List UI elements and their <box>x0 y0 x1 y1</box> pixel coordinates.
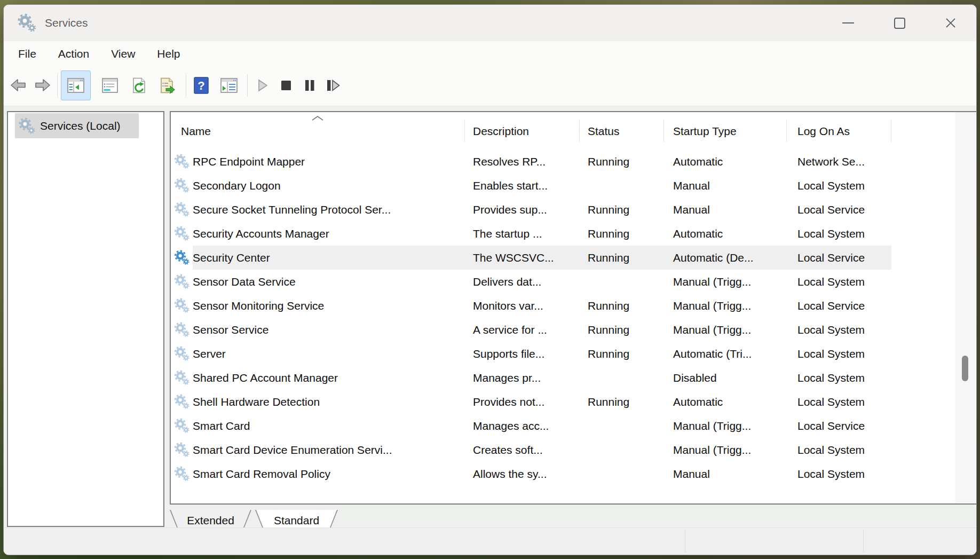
table-row-selected[interactable]: Security Center The WSCSVC... Running Au… <box>171 246 891 270</box>
table-row[interactable]: Server Supports file... Running Automati… <box>171 342 891 366</box>
status-bar-divider <box>863 530 864 553</box>
status-bar <box>4 527 976 555</box>
table-row[interactable]: Shared PC Account Manager Manages pr... … <box>171 366 891 390</box>
service-startup-type: Automatic (Tri... <box>664 342 787 366</box>
service-gear-icon <box>173 369 190 386</box>
pause-service-button[interactable] <box>298 71 321 100</box>
service-name: RPC Endpoint Mapper <box>193 155 305 168</box>
menu-help[interactable]: Help <box>156 45 181 65</box>
vertical-scrollbar[interactable] <box>955 112 977 503</box>
service-description: The WSCSVC... <box>465 246 580 270</box>
back-button[interactable] <box>7 71 30 100</box>
service-description: Enables start... <box>465 174 580 198</box>
toolbar-separator <box>186 74 186 97</box>
properties-button[interactable] <box>98 71 122 100</box>
service-description: The startup ... <box>465 222 580 246</box>
service-status: Running <box>580 318 664 342</box>
show-action-pane-button[interactable] <box>217 71 241 100</box>
refresh-button[interactable] <box>127 71 151 100</box>
service-gear-icon <box>173 153 190 170</box>
table-row[interactable]: Smart Card Removal Policy Allows the sy.… <box>171 462 891 486</box>
service-description: Creates soft... <box>465 438 580 462</box>
menu-file[interactable]: File <box>17 45 37 65</box>
table-row[interactable]: Smart Card Manages acc... Manual (Trigg.… <box>171 414 891 438</box>
service-startup-type: Manual (Trigg... <box>664 318 787 342</box>
service-gear-icon <box>173 273 190 290</box>
service-gear-icon <box>173 201 190 218</box>
close-button[interactable] <box>925 5 976 41</box>
service-status <box>580 270 664 294</box>
table-row[interactable]: Security Accounts Manager The startup ..… <box>171 222 891 246</box>
stop-service-button[interactable] <box>274 71 298 100</box>
service-log-on-as: Local Service <box>787 198 891 222</box>
forward-arrow-icon <box>33 77 52 93</box>
column-header-log-on-as[interactable]: Log On As <box>787 112 891 149</box>
service-startup-type: Automatic <box>664 222 787 246</box>
window-title: Services <box>45 17 88 29</box>
service-log-on-as: Local Service <box>787 294 891 318</box>
toolbar: ? <box>4 65 976 106</box>
service-status: Running <box>580 342 664 366</box>
service-name: Shared PC Account Manager <box>193 372 338 384</box>
window-controls <box>823 5 976 41</box>
service-status: Running <box>580 222 664 246</box>
column-header-status[interactable]: Status <box>580 112 664 149</box>
table-row[interactable]: Secure Socket Tunneling Protocol Ser... … <box>171 198 891 222</box>
service-name: Security Center <box>193 251 270 264</box>
tab-label: Extended <box>187 514 234 527</box>
table-row[interactable]: Smart Card Device Enumeration Servi... C… <box>171 438 891 462</box>
minimize-button[interactable] <box>823 5 874 41</box>
column-header-row: Name Description Status Startup Type Log… <box>171 112 977 149</box>
column-header-startup-type[interactable]: Startup Type <box>664 112 787 149</box>
service-startup-type: Manual <box>664 198 787 222</box>
show-console-tree-button[interactable] <box>61 70 91 100</box>
export-list-icon <box>158 77 177 94</box>
table-row[interactable]: Shell Hardware Detection Provides not...… <box>171 390 891 414</box>
service-name: Smart Card Removal Policy <box>193 468 330 480</box>
scrollbar-thumb[interactable] <box>962 356 968 381</box>
service-startup-type: Automatic (De... <box>664 246 787 270</box>
services-rows: RPC Endpoint Mapper Resolves RP... Runni… <box>171 149 891 486</box>
table-row[interactable]: RPC Endpoint Mapper Resolves RP... Runni… <box>171 149 891 174</box>
help-button[interactable]: ? <box>189 71 213 100</box>
restart-service-button[interactable] <box>321 71 345 100</box>
column-header-description[interactable]: Description <box>465 112 580 149</box>
sidebar-item-services-local[interactable]: Services (Local) <box>15 113 139 138</box>
table-row[interactable]: Sensor Data Service Delivers dat... Manu… <box>171 270 891 294</box>
service-gear-icon <box>173 442 190 458</box>
menu-action[interactable]: Action <box>57 45 90 65</box>
start-service-button[interactable] <box>251 71 274 100</box>
services-list-panel: Name Description Status Startup Type Log… <box>170 111 977 505</box>
console-tree-pane: Services (Local) <box>7 111 164 527</box>
pause-service-icon <box>302 78 317 93</box>
maximize-button[interactable] <box>874 5 925 41</box>
table-row[interactable]: Sensor Service A service for ... Running… <box>171 318 891 342</box>
service-name: Smart Card <box>193 420 250 432</box>
service-status <box>580 174 664 198</box>
service-log-on-as: Local System <box>787 342 891 366</box>
service-description: Provides not... <box>465 390 580 414</box>
service-status <box>580 462 664 486</box>
service-status: Running <box>580 149 664 174</box>
service-status <box>580 414 664 438</box>
refresh-icon <box>129 77 148 94</box>
menu-view[interactable]: View <box>110 45 136 65</box>
column-header-name[interactable]: Name <box>171 112 465 149</box>
service-gear-icon <box>173 418 190 434</box>
service-startup-type: Automatic <box>664 390 787 414</box>
restart-service-icon <box>325 78 341 93</box>
service-status: Running <box>580 246 664 270</box>
service-startup-type: Manual (Trigg... <box>664 438 787 462</box>
service-description: Manages pr... <box>465 366 580 390</box>
main-area: Services (Local) Name Description Status… <box>4 106 976 555</box>
service-log-on-as: Network Se... <box>787 149 891 174</box>
service-gear-icon <box>173 177 190 194</box>
service-name: Secondary Logon <box>193 179 281 192</box>
forward-button[interactable] <box>30 71 54 100</box>
table-row[interactable]: Sensor Monitoring Service Monitors var..… <box>171 294 891 318</box>
export-list-button[interactable] <box>156 71 179 100</box>
service-name: Sensor Monitoring Service <box>193 300 324 312</box>
svg-text:?: ? <box>197 79 204 92</box>
table-row[interactable]: Secondary Logon Enables start... Manual … <box>171 174 891 198</box>
show-console-tree-icon <box>66 77 85 94</box>
